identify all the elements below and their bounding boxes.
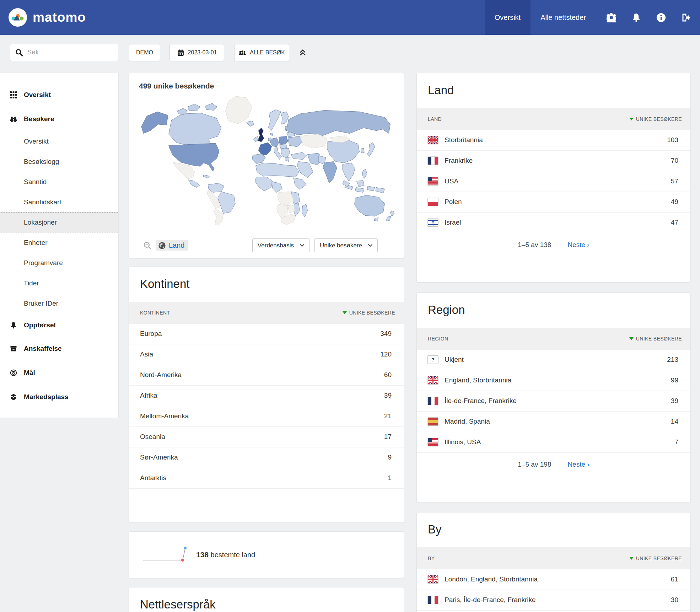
table-row[interactable]: Illinois, USA7 (417, 432, 690, 453)
pagination: 1–5 av 138 Neste › (417, 233, 690, 257)
column-metric[interactable]: UNIKE BESØKERE (629, 116, 682, 122)
binoculars-icon (10, 116, 17, 123)
zoom-out-icon[interactable] (143, 241, 152, 250)
dashboard-grid-icon (10, 91, 17, 98)
target-icon (10, 369, 17, 376)
table-row[interactable]: USA57 (417, 171, 690, 192)
sidebar-item-bruker-ider[interactable]: Bruker IDer (0, 293, 118, 313)
map-controls: Land Verdensbasis Unike besøkere (143, 238, 378, 252)
browser-language-widget: Nettleserspråk (129, 587, 404, 612)
map-level-toggle[interactable]: Land (156, 240, 188, 251)
sidebar: Oversikt Besøkere Oversikt Besøkslogg Sa… (0, 73, 119, 418)
map-level-label: Land (169, 241, 185, 249)
table-row[interactable]: Ukjent213 (417, 350, 690, 370)
column-metric[interactable]: UNIKE BESØKERE (629, 336, 682, 342)
segment-selector-button[interactable]: ALLE BESØK (234, 44, 289, 61)
table-row[interactable]: Asia120 (129, 344, 404, 365)
table-row[interactable]: England, Storbritannia99 (417, 370, 690, 391)
table-row[interactable]: Madrid, Spania14 (417, 412, 690, 432)
widget-heading: By (417, 512, 690, 547)
date-selector-button[interactable]: 2023-03-01 (169, 44, 224, 61)
flag-gb-icon (428, 136, 438, 144)
next-page-link[interactable]: Neste › (567, 461, 589, 468)
region-widget: Region REGION UNIKE BESØKERE Ukjent213 E… (416, 292, 691, 502)
table-row[interactable]: Europa349 (129, 324, 404, 344)
logout-icon[interactable] (681, 13, 691, 22)
segment-selector-label: ALLE BESØK (250, 49, 285, 56)
map-metric-select-value: Unike besøkere (320, 242, 362, 249)
sidebar-item-oppforsel[interactable]: Oppførsel (0, 313, 118, 337)
sidebar-item-sanntid[interactable]: Sanntid (0, 172, 118, 192)
top-navbar: matomo Oversikt Alle nettsteder (0, 0, 700, 35)
sort-desc-icon (629, 118, 634, 120)
map-region-select[interactable]: Verdensbasis (252, 238, 309, 252)
flag-es-icon (428, 418, 438, 425)
sidebar-item-tider[interactable]: Tider (0, 273, 118, 293)
sort-desc-icon (343, 311, 347, 314)
widget-heading: Region (417, 293, 690, 328)
tab-oversikt[interactable]: Oversikt (485, 0, 531, 35)
table-row[interactable]: Israel47 (417, 213, 690, 233)
sidebar-item-besokere-oversikt[interactable]: Oversikt (0, 131, 118, 151)
table-row[interactable]: Frankrike70 (417, 151, 690, 171)
brand-wordmark: matomo (33, 10, 86, 25)
bell-icon[interactable] (631, 13, 641, 22)
search-icon (15, 49, 23, 57)
pagination-range: 1–5 av 198 (518, 461, 551, 468)
flag-fr-icon (428, 157, 438, 165)
matomo-logo[interactable]: matomo (9, 8, 86, 27)
sidebar-item-anskaffelse[interactable]: Anskaffelse (0, 337, 118, 361)
sidebar-item-sanntidskart[interactable]: Sanntidskart (0, 192, 118, 212)
info-icon[interactable] (656, 13, 666, 22)
table-row[interactable]: Afrika39 (129, 386, 404, 406)
pagination: 1–5 av 198 Neste › (417, 453, 690, 476)
table-header: LAND UNIKE BESØKERE (417, 108, 690, 130)
table-row[interactable]: London, England, Storbritannia61 (417, 569, 690, 590)
calendar-icon (177, 49, 184, 57)
search-input[interactable] (27, 48, 118, 57)
sidebar-label: Mål (24, 369, 35, 377)
table-row[interactable]: Sør-Amerika9 (129, 447, 404, 468)
globe-icon (158, 242, 166, 249)
flag-us-icon (428, 438, 438, 446)
archive-box-icon (10, 345, 17, 352)
visitor-map-widget: 499 unike besøkende (129, 73, 404, 258)
navbar-right: Oversikt Alle nettsteder (485, 0, 700, 35)
marketplace-icon (10, 393, 17, 401)
table-row[interactable]: Paris, Île-de-France, Frankrike30 (417, 590, 690, 611)
table-row[interactable]: Nord-Amerika60 (129, 365, 404, 386)
table-row[interactable]: Storbritannia103 (417, 130, 690, 151)
column-label[interactable]: BY (428, 555, 435, 561)
gear-icon[interactable] (607, 13, 616, 22)
table-row[interactable]: Antarktis1 (129, 468, 404, 489)
table-row[interactable]: Oseania17 (129, 427, 404, 447)
table-row[interactable]: Mellom-Amerika21 (129, 406, 404, 427)
table-row[interactable]: Île-de-France, Frankrike39 (417, 391, 690, 412)
table-row[interactable]: Polen49 (417, 192, 690, 213)
column-label[interactable]: KONTINENT (140, 310, 170, 316)
sort-desc-icon (629, 337, 634, 340)
column-label[interactable]: REGION (428, 336, 448, 342)
sidebar-item-programvare[interactable]: Programvare (0, 253, 118, 273)
sparkline (141, 544, 191, 565)
column-metric[interactable]: UNIKE BESØKERE (343, 310, 395, 316)
sidebar-item-oversikt[interactable]: Oversikt (0, 83, 118, 107)
sidebar-item-markedsplass[interactable]: Markedsplass (0, 385, 118, 409)
chevron-down-icon (300, 244, 305, 247)
sidebar-item-mal[interactable]: Mål (0, 361, 118, 385)
tab-alle-nettsteder[interactable]: Alle nettsteder (531, 0, 596, 35)
world-map[interactable] (129, 92, 404, 228)
sidebar-item-besokslogg[interactable]: Besøkslogg (0, 151, 118, 172)
date-selector-label: 2023-03-01 (188, 49, 217, 56)
next-page-link[interactable]: Neste › (567, 241, 589, 249)
column-label[interactable]: LAND (428, 116, 442, 122)
sidebar-label: Besøkere (24, 115, 54, 123)
sidebar-item-lokasjoner[interactable]: Lokasjoner (0, 212, 118, 232)
sidebar-item-enheter[interactable]: Enheter (0, 232, 118, 253)
map-metric-select[interactable]: Unike besøkere (314, 238, 378, 252)
collapse-chevrons-icon[interactable] (298, 48, 308, 58)
distinct-countries-text: 138 bestemte land (196, 551, 255, 559)
sidebar-item-besokere[interactable]: Besøkere (0, 107, 118, 131)
column-metric[interactable]: UNIKE BESØKERE (629, 555, 682, 561)
site-selector-button[interactable]: DEMO (129, 44, 160, 61)
